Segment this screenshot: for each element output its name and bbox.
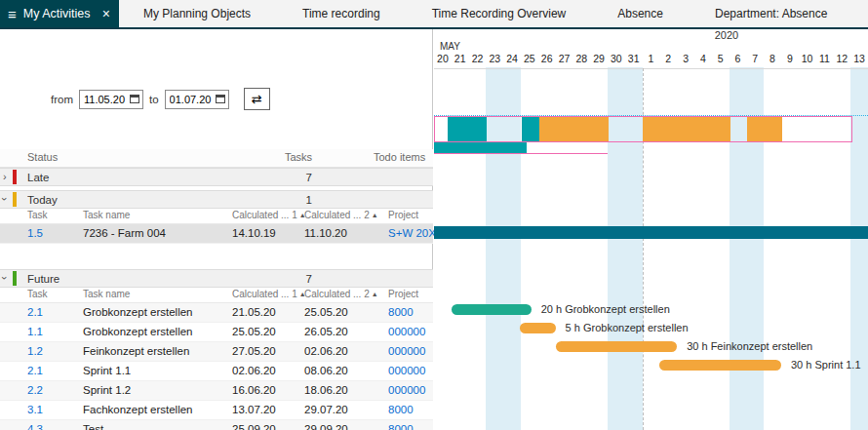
summary-gantt-bar[interactable] bbox=[434, 226, 868, 239]
task-name: 7236 - Farm 004 bbox=[83, 227, 166, 239]
task-row[interactable]: 2.1Sprint 1.102.06.2008.06.20000000 bbox=[0, 362, 433, 381]
column-header[interactable]: Calculated ... 2▲ bbox=[304, 289, 378, 299]
to-label: to bbox=[149, 94, 159, 105]
group-row-today[interactable]: ›Today1 bbox=[0, 190, 433, 209]
tab-time-recording[interactable]: Time recording bbox=[302, 7, 380, 20]
project-link[interactable]: 8000 bbox=[388, 306, 414, 318]
task-id-link[interactable]: 2.1 bbox=[27, 306, 43, 318]
column-header[interactable]: Task name bbox=[83, 289, 130, 299]
day-label: 21 bbox=[452, 53, 469, 66]
task-id-link[interactable]: 3.1 bbox=[27, 404, 43, 415]
calculated-date-1: 25.05.20 bbox=[232, 326, 276, 337]
task-row[interactable]: 1.2Feinkonzept erstellen27.05.2002.06.20… bbox=[0, 342, 433, 362]
calculated-date-1: 13.07.20 bbox=[232, 404, 276, 415]
calendar-icon[interactable] bbox=[216, 95, 225, 103]
project-link[interactable]: 000000 bbox=[388, 384, 425, 396]
chevron-down-icon[interactable]: › bbox=[0, 197, 11, 201]
day-label: 8 bbox=[764, 53, 781, 66]
from-date-wrap bbox=[79, 90, 143, 109]
column-header[interactable]: Task name bbox=[83, 210, 130, 220]
calendar-icon[interactable] bbox=[130, 95, 139, 103]
calculated-date-2: 02.06.20 bbox=[304, 345, 348, 357]
task-row[interactable]: 4.3Test25.09.2029.09.208000 bbox=[0, 420, 433, 430]
project-link[interactable]: 8000 bbox=[388, 404, 414, 415]
histogram-box bbox=[434, 116, 852, 142]
utilization-underline bbox=[434, 153, 608, 154]
day-label: 6 bbox=[730, 53, 747, 66]
day-label: 27 bbox=[556, 53, 573, 66]
calculated-date-2: 29.09.20 bbox=[304, 423, 348, 430]
project-link[interactable]: 000000 bbox=[388, 326, 425, 337]
histogram-bar bbox=[539, 117, 609, 141]
task-row[interactable]: 1.1Grobkonzept erstellen25.05.2026.05.20… bbox=[0, 323, 433, 342]
calculated-date-1: 14.10.19 bbox=[232, 227, 276, 239]
column-header[interactable]: Project bbox=[388, 289, 418, 299]
status-header: Status bbox=[27, 151, 58, 163]
task-id-link[interactable]: 2.2 bbox=[27, 384, 43, 396]
project-link[interactable]: 8000 bbox=[388, 423, 414, 430]
histogram-bar bbox=[522, 117, 539, 141]
task-row[interactable]: 1.57236 - Farm 00414.10.1911.10.20S+W 20… bbox=[0, 224, 433, 244]
task-id-link[interactable]: 1.5 bbox=[27, 227, 43, 239]
capacity-dotted-line bbox=[434, 115, 868, 116]
column-header[interactable]: Task bbox=[27, 289, 48, 299]
task-row[interactable]: 3.1Fachkonzept erstellen13.07.2029.07.20… bbox=[0, 401, 433, 420]
group-row-late[interactable]: ›Late7 bbox=[0, 168, 433, 186]
day-label: 23 bbox=[486, 53, 503, 66]
task-gantt-bar[interactable] bbox=[452, 304, 532, 315]
utilization-strip bbox=[434, 142, 527, 153]
day-label: 20 bbox=[434, 53, 452, 66]
task-gantt-bar[interactable] bbox=[659, 360, 781, 371]
task-id-link[interactable]: 1.2 bbox=[27, 345, 43, 357]
project-link[interactable]: 000000 bbox=[388, 345, 425, 357]
calculated-date-1: 27.05.20 bbox=[232, 345, 276, 357]
day-label: 4 bbox=[694, 53, 712, 66]
status-color-bar bbox=[13, 271, 17, 286]
calculated-date-2: 26.05.20 bbox=[304, 326, 348, 337]
histogram-bar bbox=[448, 117, 487, 141]
day-label: 12 bbox=[833, 53, 850, 66]
active-tab-label: My Activities bbox=[23, 7, 91, 20]
chevron-right-icon[interactable]: › bbox=[3, 171, 7, 182]
project-link[interactable]: S+W 20X bbox=[388, 227, 436, 239]
task-gantt-bar[interactable] bbox=[556, 341, 678, 352]
hamburger-menu-icon[interactable]: ≡ bbox=[8, 7, 17, 21]
tab-bar: ≡ My Activities × My Planning Objects Ti… bbox=[0, 0, 868, 29]
column-header[interactable]: Calculated ... 1▲ bbox=[232, 210, 306, 220]
group-gap bbox=[0, 244, 433, 269]
task-id-link[interactable]: 4.3 bbox=[27, 423, 43, 430]
column-header[interactable]: Project bbox=[388, 210, 418, 220]
task-row[interactable]: 2.1Grobkonzept erstellen21.05.2025.05.20… bbox=[0, 303, 433, 323]
sort-ascending-icon: ▲ bbox=[372, 212, 378, 218]
tab-department-absence[interactable]: Department: Absence bbox=[715, 7, 827, 20]
tab-time-recording-overview[interactable]: Time Recording Overview bbox=[432, 7, 567, 20]
histogram-bar bbox=[747, 117, 782, 141]
column-header[interactable]: Calculated ... 1▲ bbox=[232, 289, 306, 299]
task-id-link[interactable]: 2.1 bbox=[27, 365, 43, 376]
task-row[interactable]: 2.2Sprint 1.216.06.2018.06.20000000 bbox=[0, 381, 433, 401]
day-label: 22 bbox=[469, 53, 487, 66]
chevron-down-icon[interactable]: › bbox=[0, 276, 11, 280]
group-name: Late bbox=[27, 172, 49, 183]
month-label: MAY bbox=[440, 41, 460, 52]
day-label: 30 bbox=[608, 53, 625, 66]
group-row-future[interactable]: ›Future7 bbox=[0, 269, 433, 288]
close-tab-icon[interactable]: × bbox=[102, 7, 110, 20]
column-header-row: TaskTask nameCalculated ... 1▲Calculated… bbox=[0, 288, 433, 303]
column-header[interactable]: Task bbox=[27, 210, 48, 220]
task-gantt-bar[interactable] bbox=[520, 323, 555, 333]
refresh-button[interactable]: ⇄ bbox=[244, 88, 270, 110]
tab-my-activities[interactable]: ≡ My Activities × bbox=[0, 0, 119, 27]
tab-my-planning-objects[interactable]: My Planning Objects bbox=[143, 7, 251, 20]
task-table-body: ›Late7›Today1TaskTask nameCalculated ...… bbox=[0, 168, 433, 430]
tab-absence[interactable]: Absence bbox=[617, 7, 663, 20]
gantt-panel: 2020 MAY 2021222324252627282930311234567… bbox=[434, 29, 868, 430]
day-label: 1 bbox=[643, 53, 660, 66]
task-table: Status Tasks Todo items ›Late7›Today1Tas… bbox=[0, 149, 433, 430]
calculated-date-2: 08.06.20 bbox=[304, 365, 348, 376]
task-id-link[interactable]: 1.1 bbox=[27, 326, 43, 337]
column-header[interactable]: Calculated ... 2▲ bbox=[304, 210, 378, 220]
group-tasks-count: 7 bbox=[244, 172, 312, 183]
sort-ascending-icon: ▲ bbox=[372, 291, 378, 297]
project-link[interactable]: 000000 bbox=[388, 365, 425, 376]
